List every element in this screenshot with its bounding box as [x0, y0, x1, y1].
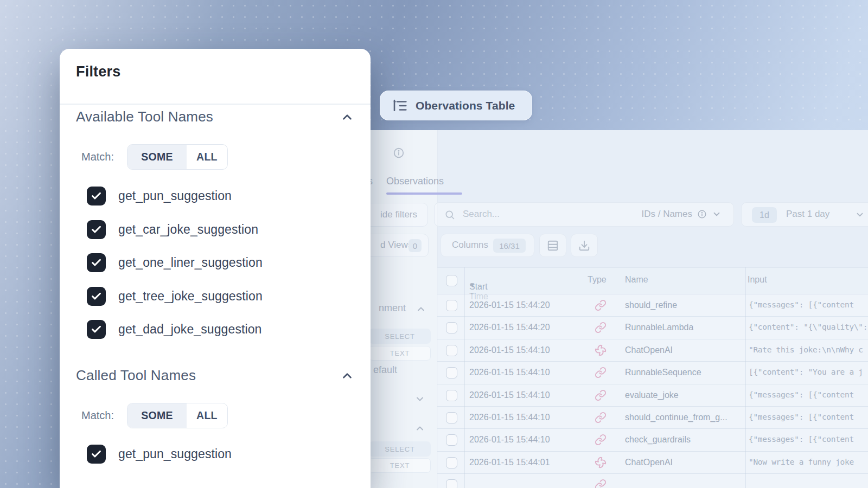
table-row[interactable]: 2026-01-15 15:44:10 ChatOpenAI "Rate thi… — [437, 339, 868, 362]
chevron-up-icon[interactable] — [340, 110, 354, 124]
table-header: Start Time ▼ Type Name Input — [437, 267, 868, 294]
observations-table-view-button[interactable]: Obervations Table — [380, 91, 532, 120]
cell-input: "Rate this joke:\n\nWhy c — [749, 345, 863, 354]
checkbox-checked[interactable] — [87, 253, 106, 272]
column-header-input[interactable]: Input — [748, 275, 767, 285]
row-checkbox[interactable] — [446, 390, 457, 401]
filter-section-called-tool-names: Called Tool Names Match: SOME ALL get_pu… — [76, 367, 354, 464]
columns-count-badge: 16/31 — [493, 239, 526, 253]
column-header-name[interactable]: Name — [625, 275, 648, 285]
cell-name: RunnableLambda — [625, 323, 693, 332]
chevron-down-icon[interactable] — [414, 394, 425, 404]
cell-name: evaluate_joke — [625, 390, 679, 400]
tool-name-label: get_pun_suggestion — [118, 447, 232, 461]
column-header-type[interactable]: Type — [588, 275, 607, 285]
tool-name-option[interactable]: get_pun_suggestion — [87, 445, 354, 464]
match-some-option[interactable]: SOME — [127, 403, 187, 428]
table-row[interactable]: 2026-01-15 15:44:10 RunnableSequence [{"… — [437, 362, 868, 384]
observations-page: ng s Observations ide filters Search... … — [341, 130, 868, 488]
row-checkbox[interactable] — [446, 345, 457, 356]
table-row[interactable]: 2026-01-15 15:44:10 should_continue_from… — [437, 407, 868, 429]
match-some-option[interactable]: SOME — [127, 145, 187, 169]
sidebar-select-toggle[interactable]: SELECT — [369, 441, 431, 457]
match-all-option[interactable]: ALL — [187, 145, 227, 169]
cell-start-time: 2026-01-15 15:44:20 — [469, 323, 550, 332]
table-row[interactable]: 2026-01-15 15:44:20 should_refine {"mess… — [437, 294, 868, 317]
row-checkbox[interactable] — [446, 457, 457, 468]
check-icon — [91, 190, 102, 202]
row-checkbox[interactable] — [446, 434, 457, 446]
cell-input: {"messages": [{"content — [749, 413, 854, 421]
tool-name-list: get_pun_suggestion — [76, 445, 354, 464]
tool-name-option[interactable]: get_tree_joke_suggestion — [87, 287, 354, 306]
table-row[interactable]: 2026-01-15 15:44:10 evaluate_joke {"mess… — [437, 384, 868, 407]
sidebar-text-toggle[interactable]: TEXT — [369, 346, 431, 361]
filters-title: Filters — [76, 49, 354, 80]
match-label: Match: — [81, 409, 127, 422]
cell-name: ChatOpenAI — [625, 458, 673, 467]
cell-input: {"messages": [{"content — [749, 435, 854, 444]
cell-start-time: 2026-01-15 15:44:10 — [469, 435, 550, 445]
search-placeholder: Search... — [463, 209, 500, 220]
cell-input: {"messages": [{"content — [749, 390, 854, 399]
sidebar-text-toggle[interactable]: TEXT — [369, 458, 431, 473]
select-all-checkbox[interactable] — [446, 275, 457, 286]
row-checkbox[interactable] — [446, 479, 457, 488]
checkbox-checked[interactable] — [87, 445, 106, 464]
row-checkbox[interactable] — [446, 322, 457, 333]
tool-name-option[interactable]: get_dad_joke_suggestion — [87, 320, 354, 339]
columns-button[interactable]: Columns 16/31 — [441, 234, 534, 257]
match-all-option[interactable]: ALL — [187, 403, 227, 428]
chevron-up-icon[interactable] — [416, 304, 426, 314]
table-row[interactable]: 2026-01-15 15:44:10 check_guardrails {"m… — [437, 429, 868, 451]
chevron-up-icon[interactable] — [340, 369, 354, 383]
time-range-badge: 1d — [752, 207, 777, 223]
export-button[interactable] — [571, 234, 598, 257]
cell-input: [{"content": "You are a j — [749, 368, 863, 376]
row-checkbox[interactable] — [446, 300, 457, 311]
observation-type-icon — [595, 389, 607, 401]
sidebar-item-fragment: efault — [373, 364, 397, 376]
time-range-picker[interactable]: 1d Past 1 day — [741, 202, 868, 227]
cell-input: {"messages": [{"content — [749, 300, 854, 309]
check-icon — [91, 291, 102, 302]
filters-modal: Filters Available Tool Names Match: SOME… — [60, 49, 371, 488]
row-height-button[interactable] — [539, 234, 566, 257]
search-scope-dropdown[interactable]: IDs / Names — [641, 209, 722, 220]
checkbox-checked[interactable] — [87, 187, 106, 206]
views-count-badge: 0 — [409, 239, 422, 252]
check-icon — [91, 224, 102, 235]
divider — [60, 104, 371, 105]
observations-table: Start Time ▼ Type Name Input 2026-01-15 … — [437, 267, 868, 488]
observation-type-icon — [595, 344, 607, 356]
link-icon — [595, 367, 607, 378]
sort-desc-icon: ▼ — [469, 282, 475, 288]
chevron-up-icon[interactable] — [414, 423, 425, 434]
filter-section-available-tool-names: Available Tool Names Match: SOME ALL get… — [76, 108, 354, 339]
tab-observations[interactable]: Observations — [386, 176, 444, 187]
checkbox-checked[interactable] — [87, 287, 106, 306]
active-tab-underline — [386, 192, 462, 195]
cell-start-time: 2026-01-15 15:44:10 — [469, 390, 550, 400]
checkbox-checked[interactable] — [87, 320, 106, 339]
fan-icon — [595, 457, 607, 468]
search-input[interactable]: Search... IDs / Names — [434, 202, 734, 227]
row-checkbox[interactable] — [446, 367, 457, 378]
tool-name-option[interactable]: get_car_joke_suggestion — [87, 220, 354, 239]
tool-name-option[interactable]: get_one_liner_suggestion — [87, 253, 354, 272]
observation-type-icon — [595, 412, 607, 423]
cell-input: {"content": "{\"quality\": — [749, 323, 867, 331]
checkbox-checked[interactable] — [87, 220, 106, 239]
link-icon — [595, 479, 607, 488]
link-icon — [595, 434, 607, 446]
link-icon — [595, 322, 607, 333]
tool-name-option[interactable]: get_pun_suggestion — [87, 187, 354, 206]
observation-type-icon — [595, 479, 607, 488]
link-icon — [595, 412, 607, 423]
row-checkbox[interactable] — [446, 412, 457, 423]
link-icon — [595, 299, 607, 311]
table-row[interactable]: 2026-01-15 15:44:01 ChatOpenAI "Now writ… — [437, 452, 868, 474]
table-row[interactable] — [437, 474, 868, 488]
table-row[interactable]: 2026-01-15 15:44:20 RunnableLambda {"con… — [437, 317, 868, 339]
sidebar-select-toggle[interactable]: SELECT — [369, 329, 431, 344]
